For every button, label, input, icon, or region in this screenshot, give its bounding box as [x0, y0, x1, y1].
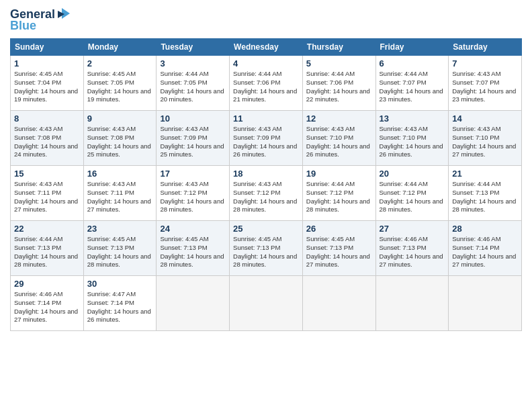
day-number: 23 — [87, 224, 153, 234]
calendar-cell: 27Sunrise: 4:46 AMSunset: 7:13 PMDayligh… — [375, 221, 449, 276]
calendar-week-row: 1Sunrise: 4:45 AMSunset: 7:04 PMDaylight… — [11, 56, 522, 111]
day-number: 28 — [452, 224, 518, 234]
calendar-header-row: SundayMondayTuesdayWednesdayThursdayFrid… — [11, 39, 522, 56]
calendar-cell: 16Sunrise: 4:43 AMSunset: 7:11 PMDayligh… — [83, 166, 157, 221]
calendar-cell: 21Sunrise: 4:44 AMSunset: 7:13 PMDayligh… — [449, 166, 522, 221]
calendar-cell — [302, 276, 375, 331]
calendar-cell: 4Sunrise: 4:44 AMSunset: 7:06 PMDaylight… — [230, 56, 303, 111]
calendar-cell: 2Sunrise: 4:45 AMSunset: 7:05 PMDaylight… — [83, 56, 157, 111]
day-info: Sunrise: 4:43 AMSunset: 7:10 PMDaylight:… — [306, 125, 372, 159]
calendar-cell: 8Sunrise: 4:43 AMSunset: 7:08 PMDaylight… — [11, 111, 84, 166]
calendar-cell: 30Sunrise: 4:47 AMSunset: 7:14 PMDayligh… — [83, 276, 157, 331]
calendar-cell: 15Sunrise: 4:43 AMSunset: 7:11 PMDayligh… — [11, 166, 84, 221]
day-info: Sunrise: 4:45 AMSunset: 7:04 PMDaylight:… — [14, 70, 80, 104]
day-info: Sunrise: 4:43 AMSunset: 7:09 PMDaylight:… — [233, 125, 299, 159]
calendar-cell: 9Sunrise: 4:43 AMSunset: 7:08 PMDaylight… — [83, 111, 157, 166]
calendar-cell — [375, 276, 449, 331]
calendar-cell: 12Sunrise: 4:43 AMSunset: 7:10 PMDayligh… — [302, 111, 375, 166]
calendar-cell: 23Sunrise: 4:45 AMSunset: 7:13 PMDayligh… — [83, 221, 157, 276]
day-number: 26 — [306, 224, 372, 234]
day-number: 22 — [14, 224, 80, 234]
calendar-cell: 19Sunrise: 4:44 AMSunset: 7:12 PMDayligh… — [302, 166, 375, 221]
calendar-table: SundayMondayTuesdayWednesdayThursdayFrid… — [10, 38, 522, 331]
calendar-cell: 28Sunrise: 4:46 AMSunset: 7:14 PMDayligh… — [449, 221, 522, 276]
day-number: 3 — [160, 58, 226, 68]
day-number: 30 — [87, 279, 153, 289]
day-number: 27 — [380, 224, 445, 234]
page-container: General Blue SundayMondayTuesdayWednesda… — [0, 0, 532, 338]
calendar-cell — [449, 276, 522, 331]
day-info: Sunrise: 4:43 AMSunset: 7:08 PMDaylight:… — [87, 125, 153, 159]
day-info: Sunrise: 4:44 AMSunset: 7:06 PMDaylight:… — [306, 70, 372, 104]
calendar-cell: 26Sunrise: 4:45 AMSunset: 7:13 PMDayligh… — [302, 221, 375, 276]
calendar-cell: 24Sunrise: 4:45 AMSunset: 7:13 PMDayligh… — [157, 221, 230, 276]
day-number: 15 — [14, 169, 80, 179]
day-number: 20 — [380, 169, 445, 179]
day-info: Sunrise: 4:44 AMSunset: 7:13 PMDaylight:… — [452, 180, 518, 214]
day-info: Sunrise: 4:44 AMSunset: 7:13 PMDaylight:… — [14, 235, 80, 269]
calendar-cell: 5Sunrise: 4:44 AMSunset: 7:06 PMDaylight… — [302, 56, 375, 111]
calendar-cell: 10Sunrise: 4:43 AMSunset: 7:09 PMDayligh… — [157, 111, 230, 166]
day-info: Sunrise: 4:44 AMSunset: 7:06 PMDaylight:… — [233, 70, 299, 104]
day-number: 16 — [87, 169, 153, 179]
calendar-cell: 3Sunrise: 4:44 AMSunset: 7:05 PMDaylight… — [157, 56, 230, 111]
day-number: 1 — [14, 58, 80, 68]
day-info: Sunrise: 4:43 AMSunset: 7:11 PMDaylight:… — [87, 180, 153, 214]
calendar-week-row: 8Sunrise: 4:43 AMSunset: 7:08 PMDaylight… — [11, 111, 522, 166]
day-number: 11 — [233, 113, 299, 124]
day-info: Sunrise: 4:45 AMSunset: 7:13 PMDaylight:… — [160, 235, 226, 269]
day-info: Sunrise: 4:46 AMSunset: 7:14 PMDaylight:… — [14, 290, 80, 324]
day-info: Sunrise: 4:44 AMSunset: 7:05 PMDaylight:… — [160, 70, 226, 104]
day-info: Sunrise: 4:45 AMSunset: 7:13 PMDaylight:… — [233, 235, 299, 269]
day-number: 18 — [233, 169, 299, 179]
day-info: Sunrise: 4:44 AMSunset: 7:07 PMDaylight:… — [380, 70, 445, 104]
day-number: 14 — [452, 113, 518, 124]
weekday-header-friday: Friday — [375, 39, 449, 56]
day-info: Sunrise: 4:47 AMSunset: 7:14 PMDaylight:… — [87, 290, 153, 324]
day-info: Sunrise: 4:43 AMSunset: 7:07 PMDaylight:… — [452, 70, 518, 104]
calendar-week-row: 22Sunrise: 4:44 AMSunset: 7:13 PMDayligh… — [11, 221, 522, 276]
calendar-week-row: 15Sunrise: 4:43 AMSunset: 7:11 PMDayligh… — [11, 166, 522, 221]
calendar-cell: 1Sunrise: 4:45 AMSunset: 7:04 PMDaylight… — [11, 56, 84, 111]
calendar-cell — [157, 276, 230, 331]
day-number: 25 — [233, 224, 299, 234]
day-info: Sunrise: 4:45 AMSunset: 7:13 PMDaylight:… — [306, 235, 372, 269]
day-info: Sunrise: 4:43 AMSunset: 7:12 PMDaylight:… — [233, 180, 299, 214]
calendar-cell — [230, 276, 303, 331]
day-info: Sunrise: 4:45 AMSunset: 7:13 PMDaylight:… — [87, 235, 153, 269]
day-number: 4 — [233, 58, 299, 68]
day-number: 12 — [306, 113, 372, 124]
calendar-cell: 25Sunrise: 4:45 AMSunset: 7:13 PMDayligh… — [230, 221, 303, 276]
calendar-cell: 29Sunrise: 4:46 AMSunset: 7:14 PMDayligh… — [11, 276, 84, 331]
calendar-cell: 11Sunrise: 4:43 AMSunset: 7:09 PMDayligh… — [230, 111, 303, 166]
calendar-cell: 18Sunrise: 4:43 AMSunset: 7:12 PMDayligh… — [230, 166, 303, 221]
day-number: 2 — [87, 58, 153, 68]
calendar-cell: 7Sunrise: 4:43 AMSunset: 7:07 PMDaylight… — [449, 56, 522, 111]
day-number: 8 — [14, 113, 80, 124]
day-info: Sunrise: 4:43 AMSunset: 7:12 PMDaylight:… — [160, 180, 226, 214]
day-number: 19 — [306, 169, 372, 179]
calendar-cell: 6Sunrise: 4:44 AMSunset: 7:07 PMDaylight… — [375, 56, 449, 111]
day-info: Sunrise: 4:46 AMSunset: 7:14 PMDaylight:… — [452, 235, 518, 269]
weekday-header-tuesday: Tuesday — [157, 39, 230, 56]
calendar-cell: 20Sunrise: 4:44 AMSunset: 7:12 PMDayligh… — [375, 166, 449, 221]
day-info: Sunrise: 4:43 AMSunset: 7:08 PMDaylight:… — [14, 125, 80, 159]
day-number: 9 — [87, 113, 153, 124]
logo-icon — [56, 7, 71, 21]
logo: General Blue — [10, 7, 71, 33]
weekday-header-saturday: Saturday — [449, 39, 522, 56]
weekday-header-sunday: Sunday — [11, 39, 84, 56]
day-info: Sunrise: 4:43 AMSunset: 7:09 PMDaylight:… — [160, 125, 226, 159]
day-info: Sunrise: 4:46 AMSunset: 7:13 PMDaylight:… — [380, 235, 445, 269]
calendar-week-row: 29Sunrise: 4:46 AMSunset: 7:14 PMDayligh… — [11, 276, 522, 331]
day-info: Sunrise: 4:45 AMSunset: 7:05 PMDaylight:… — [87, 70, 153, 104]
calendar-cell: 14Sunrise: 4:43 AMSunset: 7:10 PMDayligh… — [449, 111, 522, 166]
weekday-header-monday: Monday — [83, 39, 157, 56]
day-number: 21 — [452, 169, 518, 179]
day-number: 10 — [160, 113, 226, 124]
day-info: Sunrise: 4:44 AMSunset: 7:12 PMDaylight:… — [306, 180, 372, 214]
page-header: General Blue — [10, 7, 522, 33]
weekday-header-wednesday: Wednesday — [230, 39, 303, 56]
day-info: Sunrise: 4:43 AMSunset: 7:10 PMDaylight:… — [380, 125, 445, 159]
day-number: 17 — [160, 169, 226, 179]
